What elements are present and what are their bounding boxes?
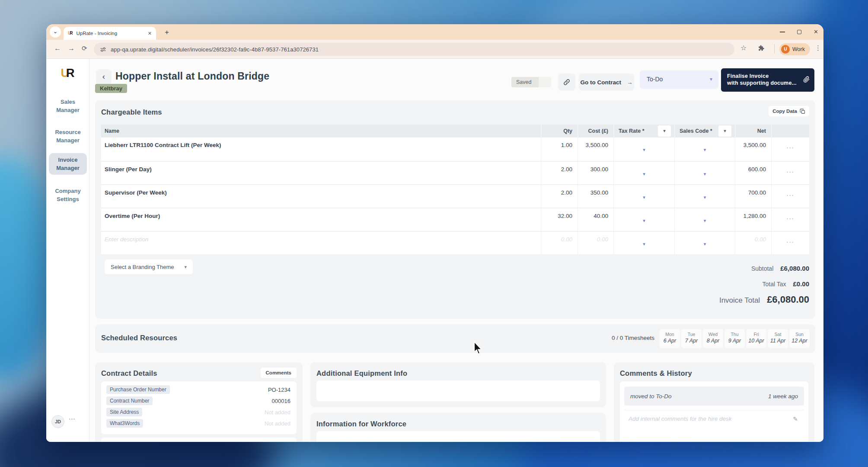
subtotal-value: £6,080.00: [780, 265, 809, 272]
tax-rate-select[interactable]: ▾: [613, 208, 674, 232]
day-pill[interactable]: Fri10 Apr: [746, 329, 766, 348]
item-name-input[interactable]: Slinger (Per Day): [101, 162, 541, 185]
tab-close-icon[interactable]: ✕: [148, 31, 152, 36]
item-name-input[interactable]: Overtime (Per Hour): [101, 208, 541, 232]
item-cost-input[interactable]: 3,500.00: [578, 138, 613, 161]
row-actions-button[interactable]: ...: [771, 208, 809, 232]
go-to-contract-button[interactable]: Go to Contract →: [579, 74, 634, 91]
comments-panel: moved to To-Do 1 week ago Add internal c…: [620, 381, 808, 442]
day-pill[interactable]: Sun12 Apr: [789, 329, 810, 348]
item-qty-input[interactable]: 2.00: [541, 162, 578, 185]
comment-input[interactable]: Add internal comments for the hire desk …: [624, 410, 804, 427]
browser-profile-button[interactable]: U Work: [779, 43, 810, 55]
user-avatar[interactable]: JD: [51, 415, 64, 428]
sidebar-item-invoice-manager[interactable]: Invoice Manager: [49, 153, 87, 175]
day-pill[interactable]: Thu9 Apr: [724, 329, 745, 348]
section-title: Additional Equipment Info: [316, 369, 407, 377]
history-entry: moved to To-Do 1 week ago: [624, 387, 804, 406]
minimize-icon[interactable]: [780, 32, 785, 32]
day-pill[interactable]: Wed8 Apr: [703, 329, 723, 348]
row-actions-button[interactable]: ...: [771, 162, 809, 185]
url-text: app-qa.uprate.digital/scheduler/invoices…: [111, 46, 319, 53]
back-icon[interactable]: ←: [54, 45, 61, 52]
day-pill[interactable]: Sat11 Apr: [768, 329, 788, 348]
item-qty-input[interactable]: 32.00: [541, 208, 578, 232]
table-row: Slinger (Per Day) 2.00 300.00 ▾ ▾ 600.00…: [101, 161, 809, 184]
site-info-icon[interactable]: [100, 46, 106, 53]
profile-name: Work: [792, 46, 805, 52]
row-actions-button[interactable]: ...: [771, 185, 809, 208]
copy-data-button[interactable]: Copy Data: [769, 106, 809, 116]
branding-theme-dropdown[interactable]: Select a Branding Theme ▾: [105, 259, 193, 274]
equipment-info-input[interactable]: [316, 381, 600, 401]
tax-rate-select[interactable]: ▾: [613, 138, 674, 161]
invoice-total-row: Invoice Total £6,080.00: [719, 294, 809, 305]
link-icon: [563, 78, 571, 86]
window-controls: ✕: [780, 24, 818, 40]
back-button[interactable]: ‹: [96, 69, 112, 85]
invoice-total-label: Invoice Total: [719, 296, 760, 305]
comments-button[interactable]: Comments: [261, 368, 297, 378]
column-header-name: Name: [101, 125, 541, 138]
contract-details-card: Contract Details Comments Purchase Order…: [95, 362, 303, 442]
saved-status-badge: Saved: [511, 77, 551, 87]
workforce-info-input[interactable]: [316, 431, 600, 442]
tax-rate-select[interactable]: ▾: [613, 232, 674, 255]
item-qty-input[interactable]: 2.00: [541, 185, 578, 208]
item-cost-input[interactable]: 40.00: [578, 208, 613, 232]
browser-menu-icon[interactable]: ⋮: [815, 44, 821, 52]
sales-code-select[interactable]: ▾: [674, 185, 735, 208]
item-name-input[interactable]: Liebherr LTR1100 Contract Lift (Per Week…: [101, 138, 541, 161]
profile-avatar: U: [781, 45, 790, 54]
comment-placeholder: Add internal comments for the hire desk: [629, 416, 732, 422]
bookmark-star-icon[interactable]: ☆: [740, 44, 747, 52]
new-tab-button[interactable]: +: [161, 27, 172, 38]
browser-tab[interactable]: UR UpRate - Invoicing ✕: [64, 27, 156, 40]
sidebar-item-sales-manager[interactable]: Sales Manager: [49, 95, 87, 117]
arrow-right-icon: →: [627, 79, 633, 86]
sales-code-select[interactable]: ▾: [674, 232, 735, 255]
address-bar[interactable]: app-qa.uprate.digital/scheduler/invoices…: [94, 43, 734, 56]
chevron-down-icon: ▾: [643, 171, 645, 177]
item-qty-input[interactable]: 0.00: [541, 232, 578, 255]
close-icon[interactable]: ✕: [814, 29, 818, 35]
item-cost-input[interactable]: 350.00: [578, 185, 613, 208]
contract-extra-panel: [101, 438, 297, 442]
sidebar-item-resource-manager[interactable]: Resource Manager: [49, 125, 87, 147]
item-cost-input[interactable]: 0.00: [578, 232, 613, 255]
chevron-down-icon[interactable]: ▾: [718, 125, 731, 137]
item-cost-input[interactable]: 300.00: [578, 162, 613, 185]
day-pill[interactable]: Tue7 Apr: [681, 329, 702, 348]
chargeable-items-table: Name Qty Cost (£) Tax Rate *▾ Sales Code…: [101, 125, 809, 254]
row-actions-button[interactable]: ...: [771, 138, 809, 161]
sales-code-select[interactable]: ▾: [674, 162, 735, 185]
item-qty-input[interactable]: 1.00: [541, 138, 578, 161]
item-name-input[interactable]: Supervisor (Per Week): [101, 185, 541, 208]
maximize-icon[interactable]: [797, 30, 801, 34]
field-label: What3Words: [106, 419, 143, 428]
row-actions-button[interactable]: ...: [771, 232, 809, 255]
status-value: To-Do: [647, 76, 663, 83]
sidebar-item-company-settings[interactable]: Company Settings: [49, 184, 87, 206]
day-pill[interactable]: Mon6 Apr: [660, 329, 680, 348]
chevron-down-icon[interactable]: ⌄: [50, 26, 61, 38]
item-name-input[interactable]: Enter description: [101, 232, 541, 255]
sales-code-select[interactable]: ▾: [674, 138, 735, 161]
copy-icon: [800, 109, 805, 114]
workforce-info-card: Information for Workforce: [310, 413, 606, 442]
sales-code-select[interactable]: ▾: [674, 208, 735, 232]
forward-icon[interactable]: →: [68, 45, 75, 52]
reload-icon[interactable]: ⟳: [82, 45, 87, 52]
extensions-icon[interactable]: [758, 45, 765, 54]
item-net-value: 600.00: [735, 162, 771, 185]
finalise-invoice-button[interactable]: Finalise Invoice with supporting docume.…: [721, 68, 814, 92]
table-row-placeholder: Enter description 0.00 0.00 ▾ ▾ 0.00 ...: [101, 231, 809, 254]
status-dropdown[interactable]: To-Do ▾: [640, 70, 718, 89]
user-menu-button[interactable]: ...: [69, 413, 76, 421]
column-header-qty: Qty: [541, 125, 578, 138]
field-label: Site Address: [106, 408, 142, 416]
chevron-down-icon[interactable]: ▾: [658, 125, 671, 137]
tax-rate-select[interactable]: ▾: [613, 162, 674, 185]
copy-link-button[interactable]: [558, 74, 575, 91]
tax-rate-select[interactable]: ▾: [613, 185, 674, 208]
